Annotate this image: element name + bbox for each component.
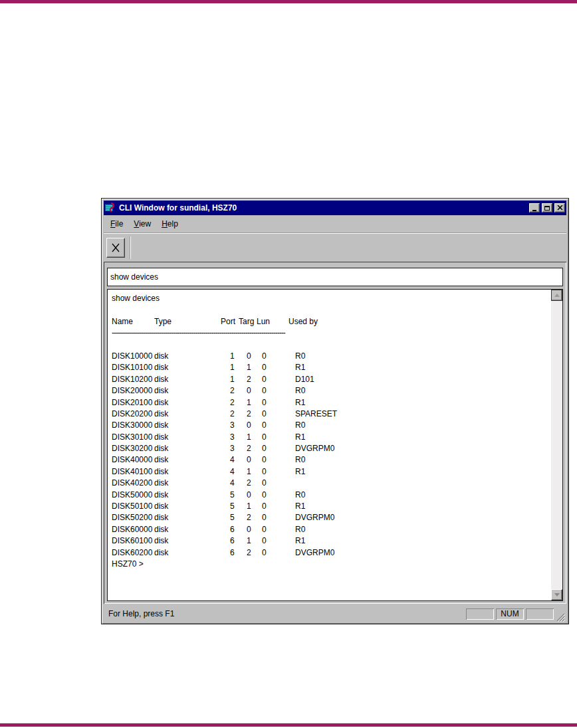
terminal-echo-line: show devices bbox=[112, 294, 546, 305]
device-usedby: R1 bbox=[295, 363, 305, 372]
device-lun: 0 bbox=[262, 525, 267, 534]
device-lun: 0 bbox=[262, 375, 267, 384]
device-targ: 1 bbox=[247, 363, 251, 372]
device-usedby: R1 bbox=[295, 398, 305, 407]
device-port: 4 bbox=[230, 478, 235, 488]
device-targ: 1 bbox=[247, 398, 251, 407]
device-usedby: R1 bbox=[295, 536, 305, 545]
device-name: DISK60200 bbox=[112, 548, 152, 557]
device-usedby: DVGRPM0 bbox=[295, 548, 334, 557]
device-lun: 0 bbox=[262, 501, 267, 511]
status-pane-caps bbox=[466, 608, 494, 620]
cli-prompt: HSZ70 > bbox=[112, 559, 144, 569]
window-title: CLI Window for sundial, HSZ70 bbox=[118, 203, 527, 213]
device-name: DISK60000 bbox=[112, 525, 152, 534]
menu-bar: File View Help bbox=[104, 215, 566, 232]
device-name: DISK20200 bbox=[112, 409, 152, 418]
device-targ: 0 bbox=[247, 386, 251, 395]
device-type: disk bbox=[154, 420, 168, 430]
device-row: DISK10000 disk 1 0 0 R0 bbox=[112, 351, 546, 363]
device-targ: 2 bbox=[247, 478, 251, 488]
device-usedby: R0 bbox=[295, 455, 305, 464]
device-name: DISK10100 bbox=[112, 363, 152, 372]
device-usedby: R0 bbox=[295, 351, 305, 361]
device-port: 5 bbox=[230, 501, 235, 511]
device-lun: 0 bbox=[262, 513, 267, 522]
device-targ: 2 bbox=[247, 513, 251, 522]
minimize-button[interactable] bbox=[529, 203, 540, 213]
device-port: 4 bbox=[230, 467, 235, 476]
device-targ: 2 bbox=[247, 548, 251, 557]
terminal-prompt-line: HSZ70 > bbox=[112, 559, 546, 571]
device-type: disk bbox=[154, 409, 168, 418]
maximize-button[interactable] bbox=[542, 203, 552, 213]
echoed-command: show devices bbox=[112, 294, 160, 303]
device-name: DISK50200 bbox=[112, 513, 152, 522]
device-targ: 2 bbox=[247, 409, 251, 418]
menu-view[interactable]: View bbox=[128, 217, 156, 230]
device-lun: 0 bbox=[262, 490, 267, 500]
device-usedby: R0 bbox=[295, 525, 305, 534]
menu-file[interactable]: File bbox=[105, 217, 128, 230]
device-type: disk bbox=[154, 363, 168, 372]
scroll-down-button[interactable] bbox=[551, 589, 562, 600]
blank-line bbox=[112, 305, 546, 316]
column-header-lun: Lun bbox=[257, 317, 270, 326]
device-row: DISK60000 disk 6 0 0 R0 bbox=[112, 525, 546, 536]
device-targ: 1 bbox=[247, 536, 251, 545]
device-lun: 0 bbox=[262, 444, 267, 453]
device-row: DISK50100 disk 5 1 0 R1 bbox=[112, 501, 546, 513]
toolbar bbox=[104, 234, 566, 262]
device-targ: 2 bbox=[247, 375, 251, 384]
device-targ: 1 bbox=[247, 432, 251, 442]
minimize-icon bbox=[532, 210, 536, 211]
device-row: DISK30200 disk 3 2 0 DVGRPM0 bbox=[112, 444, 546, 455]
close-button[interactable] bbox=[554, 203, 565, 213]
device-type: disk bbox=[154, 386, 168, 395]
status-message: For Help, press F1 bbox=[105, 609, 464, 618]
device-lun: 0 bbox=[262, 351, 267, 361]
resize-grip-icon[interactable] bbox=[556, 611, 565, 622]
title-bar[interactable]: CLI Window for sundial, HSZ70 bbox=[104, 201, 566, 215]
device-type: disk bbox=[154, 536, 168, 545]
device-type: disk bbox=[154, 467, 168, 476]
arrow-up-icon bbox=[554, 294, 560, 297]
device-row: DISK20100 disk 2 1 0 R1 bbox=[112, 398, 546, 409]
device-type: disk bbox=[154, 513, 168, 522]
toolbar-x-button[interactable] bbox=[106, 238, 125, 258]
scroll-up-button[interactable] bbox=[551, 290, 562, 301]
device-targ: 0 bbox=[247, 525, 251, 534]
status-bar: For Help, press F1 NUM bbox=[104, 604, 566, 622]
device-targ: 0 bbox=[247, 455, 251, 464]
command-input[interactable] bbox=[107, 268, 563, 286]
device-row: DISK60200 disk 6 2 0 DVGRPM0 bbox=[112, 548, 546, 559]
device-lun: 0 bbox=[262, 536, 267, 545]
device-port: 3 bbox=[230, 432, 235, 442]
device-lun: 0 bbox=[262, 386, 267, 395]
device-targ: 2 bbox=[247, 444, 251, 453]
device-lun: 0 bbox=[262, 455, 267, 464]
vertical-scrollbar[interactable] bbox=[551, 290, 562, 600]
document-page: CLI Window for sundial, HSZ70 File View … bbox=[0, 0, 577, 728]
device-row: DISK60100 disk 6 1 0 R1 bbox=[112, 536, 546, 547]
page-top-rule bbox=[0, 0, 577, 3]
device-targ: 0 bbox=[247, 420, 251, 430]
device-usedby: DVGRPM0 bbox=[295, 513, 334, 522]
column-header-targ: Targ bbox=[239, 317, 254, 326]
device-name: DISK60100 bbox=[112, 536, 152, 545]
device-port: 6 bbox=[230, 525, 235, 534]
device-name: DISK50100 bbox=[112, 501, 152, 511]
device-name: DISK30200 bbox=[112, 444, 152, 453]
device-lun: 0 bbox=[262, 467, 267, 476]
device-lun: 0 bbox=[262, 398, 267, 407]
device-port: 3 bbox=[230, 420, 235, 430]
device-port: 2 bbox=[230, 386, 235, 395]
device-name: DISK30100 bbox=[112, 432, 152, 442]
device-port: 1 bbox=[230, 375, 235, 384]
device-name: DISK40200 bbox=[112, 478, 152, 488]
terminal-separator-line: ----------------------------------------… bbox=[112, 328, 546, 339]
menu-help[interactable]: Help bbox=[156, 217, 183, 230]
device-type: disk bbox=[154, 375, 168, 384]
device-name: DISK40000 bbox=[112, 455, 152, 464]
device-lun: 0 bbox=[262, 409, 267, 418]
